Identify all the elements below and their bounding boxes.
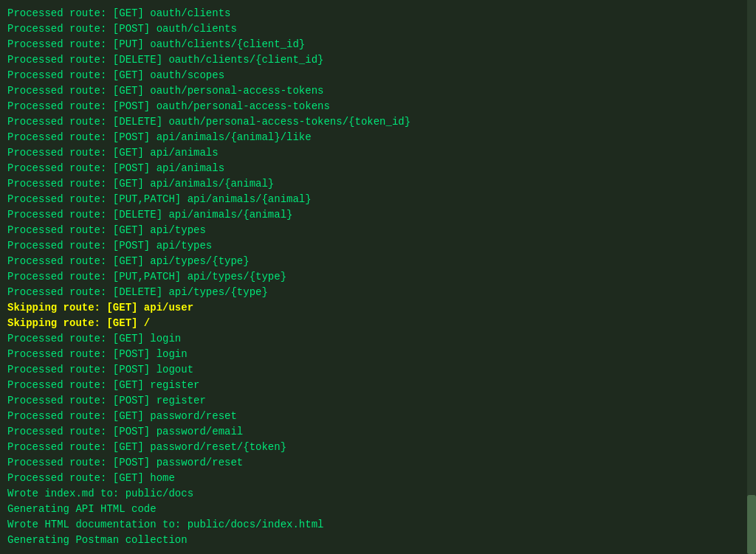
scrollbar[interactable] [747, 0, 756, 554]
terminal-line-17: Processed route: [PUT,PATCH] api/types/{… [7, 269, 749, 285]
terminal-line-7: Processed route: [DELETE] oauth/personal… [7, 114, 749, 130]
terminal-line-27: Processed route: [POST] password/email [7, 424, 749, 440]
terminal-line-23: Processed route: [POST] logout [7, 362, 749, 378]
terminal-line-31: Wrote index.md to: public/docs [7, 486, 749, 502]
terminal-line-3: Processed route: [DELETE] oauth/clients/… [7, 52, 749, 68]
terminal-line-24: Processed route: [GET] register [7, 378, 749, 393]
terminal-line-4: Processed route: [GET] oauth/scopes [7, 68, 749, 83]
terminal-line-6: Processed route: [POST] oauth/personal-a… [7, 99, 749, 114]
terminal-line-16: Processed route: [GET] api/types/{type} [7, 254, 749, 269]
terminal-line-10: Processed route: [POST] api/animals [7, 161, 749, 176]
terminal-line-22: Processed route: [POST] login [7, 347, 749, 362]
terminal-line-2: Processed route: [PUT] oauth/clients/{cl… [7, 37, 749, 52]
terminal-line-26: Processed route: [GET] password/reset [7, 409, 749, 424]
terminal-line-0: Processed route: [GET] oauth/clients [7, 6, 749, 21]
terminal-line-20: Skipping route: [GET] / [7, 316, 749, 331]
terminal-line-32: Generating API HTML code [7, 502, 749, 517]
terminal-line-19: Skipping route: [GET] api/user [7, 300, 749, 316]
terminal-line-8: Processed route: [POST] api/animals/{ani… [7, 130, 749, 145]
terminal-line-28: Processed route: [GET] password/reset/{t… [7, 440, 749, 455]
scrollbar-thumb[interactable] [747, 495, 756, 554]
terminal-line-14: Processed route: [GET] api/types [7, 223, 749, 238]
terminal-line-5: Processed route: [GET] oauth/personal-ac… [7, 83, 749, 99]
terminal-line-34: Generating Postman collection [7, 533, 749, 548]
terminal-line-29: Processed route: [POST] password/reset [7, 455, 749, 471]
terminal-line-1: Processed route: [POST] oauth/clients [7, 21, 749, 37]
terminal-line-33: Wrote HTML documentation to: public/docs… [7, 517, 749, 533]
terminal-line-25: Processed route: [POST] register [7, 393, 749, 409]
terminal-line-15: Processed route: [POST] api/types [7, 238, 749, 254]
terminal-line-30: Processed route: [GET] home [7, 471, 749, 486]
terminal-line-18: Processed route: [DELETE] api/types/{typ… [7, 285, 749, 300]
terminal-line-12: Processed route: [PUT,PATCH] api/animals… [7, 192, 749, 207]
terminal-line-21: Processed route: [GET] login [7, 331, 749, 347]
terminal-line-9: Processed route: [GET] api/animals [7, 145, 749, 161]
terminal-line-11: Processed route: [GET] api/animals/{anim… [7, 176, 749, 192]
terminal-output: Processed route: [GET] oauth/clientsProc… [7, 6, 749, 548]
terminal-line-13: Processed route: [DELETE] api/animals/{a… [7, 207, 749, 223]
